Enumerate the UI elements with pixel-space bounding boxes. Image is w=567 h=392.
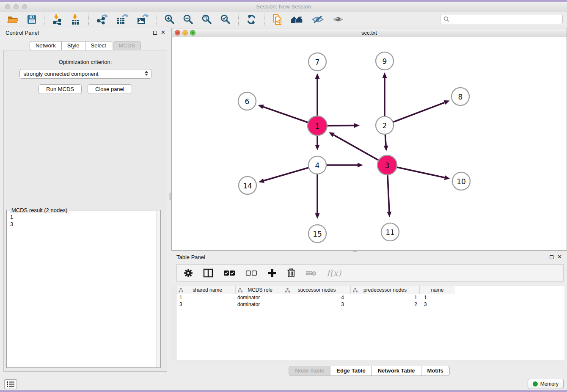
tab-motifs[interactable]: Motifs <box>421 366 450 376</box>
result-scrollbar[interactable] <box>156 211 160 367</box>
network-graph[interactable]: 7968124314101511 <box>172 37 567 250</box>
clone-network-button[interactable] <box>270 13 284 26</box>
function-builder-button[interactable]: f(x) <box>327 268 341 278</box>
memory-button[interactable]: Memory <box>528 379 564 389</box>
save-session-button[interactable] <box>25 14 39 25</box>
node-label-1: 1 <box>315 122 320 130</box>
tab-mcds[interactable]: MCDS <box>113 41 141 50</box>
mcds-result-group: MCDS result (2 nodes) 1 3 <box>6 210 161 368</box>
zoom-in-button[interactable] <box>162 13 177 26</box>
optimization-criterion-label: Optimization criterion: <box>4 59 167 65</box>
zoom-fit-button[interactable] <box>200 13 214 26</box>
houses-icon <box>290 14 304 25</box>
import-network-icon <box>52 14 63 25</box>
column-header-mcds-role[interactable]: MCDS role <box>236 286 283 294</box>
table-body: 1 dominator 4 1 1 3 dominator 3 2 3 <box>176 294 564 360</box>
float-panel-icon[interactable] <box>153 31 157 35</box>
result-line: 3 <box>10 221 157 228</box>
criterion-select[interactable]: strongly connected component <box>19 69 151 79</box>
delete-column-button[interactable] <box>306 270 317 276</box>
list-icon <box>7 381 14 387</box>
zoom-selected-button[interactable] <box>218 13 233 26</box>
node-label-4: 4 <box>315 161 320 170</box>
tab-select[interactable]: Select <box>85 41 112 50</box>
header-filler <box>455 286 564 294</box>
window-titlebar: Session: New Session <box>0 2 567 12</box>
tab-edge-table[interactable]: Edge Table <box>330 366 372 376</box>
network-canvas[interactable]: 7968124314101511 <box>171 37 567 251</box>
select-all-button[interactable] <box>223 270 235 276</box>
plus-icon <box>267 268 277 278</box>
clone-network-icon <box>272 14 283 25</box>
unchecked-boxes-icon <box>245 270 257 276</box>
refresh-view-button[interactable] <box>244 13 259 26</box>
export-table-button[interactable] <box>115 13 131 26</box>
float-table-panel-icon[interactable] <box>550 255 553 259</box>
table-row[interactable]: 1 dominator 4 1 1 <box>176 294 564 301</box>
arrowhead-1-4 <box>315 145 320 150</box>
arrowhead-4-3 <box>358 163 363 168</box>
result-line: 1 <box>10 213 157 221</box>
show-all-button[interactable] <box>330 14 346 25</box>
table-panel: Table Panel ✕ <box>171 252 567 376</box>
column-type-icon <box>353 288 358 293</box>
export-image-button[interactable] <box>135 13 151 26</box>
refresh-icon <box>246 14 257 25</box>
table-row[interactable]: 3 dominator 3 2 3 <box>176 301 564 308</box>
column-type-icon <box>238 288 242 293</box>
arrowhead-4-15 <box>315 213 320 219</box>
status-bar: Memory <box>0 377 567 390</box>
toolbar-separator <box>264 14 264 25</box>
import-table-button[interactable] <box>69 13 83 26</box>
hide-selected-button[interactable] <box>310 14 326 25</box>
select-stepper-icon <box>145 71 148 76</box>
arrowhead-2-8 <box>444 100 450 105</box>
tab-node-table[interactable]: Node Table <box>289 366 330 376</box>
first-neighbors-button[interactable] <box>289 14 306 25</box>
arrowhead-3-11 <box>387 212 391 217</box>
column-header-successor-nodes[interactable]: successor nodes <box>283 286 351 294</box>
search-input[interactable] <box>449 15 562 23</box>
edge-2-8[interactable] <box>385 102 445 125</box>
delete-row-button[interactable] <box>287 268 295 278</box>
row-header-gutter <box>171 286 176 360</box>
column-header-predecessor-nodes[interactable]: predecessor nodes <box>351 286 420 294</box>
column-header-name[interactable]: name <box>420 286 455 294</box>
export-network-icon <box>96 14 109 25</box>
tab-network[interactable]: Network <box>30 41 62 50</box>
node-label-7: 7 <box>315 58 320 66</box>
eye-icon <box>332 14 344 25</box>
arrowhead-2-9 <box>383 72 387 78</box>
run-mcds-button[interactable]: Run MCDS <box>39 84 82 94</box>
tab-network-table[interactable]: Network Table <box>372 366 421 376</box>
deselect-all-button[interactable] <box>245 270 257 276</box>
close-panel-button[interactable]: Close panel <box>88 84 132 94</box>
control-panel-header: Control Panel ✕ <box>3 28 167 37</box>
task-history-button[interactable] <box>4 379 17 389</box>
toolbar-separator <box>88 14 89 25</box>
import-network-button[interactable] <box>50 13 64 26</box>
column-header-shared-name[interactable]: shared name <box>176 286 236 294</box>
mcds-result-title: MCDS result (2 nodes) <box>10 207 69 213</box>
split-pane-button[interactable] <box>203 268 213 278</box>
export-network-button[interactable] <box>94 13 110 26</box>
open-session-button[interactable] <box>6 14 21 25</box>
table-panel-title: Table Panel <box>171 254 550 260</box>
zoom-out-button[interactable] <box>181 13 195 26</box>
add-row-button[interactable] <box>267 268 277 278</box>
vertical-splitter-handle[interactable] <box>169 193 171 200</box>
close-panel-icon[interactable]: ✕ <box>161 30 165 35</box>
control-panel: Control Panel ✕ Network Style Select MCD… <box>3 28 167 372</box>
checked-boxes-icon <box>223 270 235 276</box>
main-toolbar <box>0 12 567 27</box>
application-window: Session: New Session <box>0 0 567 392</box>
arrowhead-3-10 <box>444 175 450 180</box>
tab-style[interactable]: Style <box>62 41 85 50</box>
table-settings-button[interactable] <box>184 268 193 278</box>
split-pane-icon <box>203 268 213 278</box>
import-table-icon <box>70 14 81 25</box>
node-label-14: 14 <box>243 182 252 190</box>
table-horizontal-scrollbar[interactable] <box>171 360 564 365</box>
mcds-result-text[interactable]: 1 3 <box>7 210 160 231</box>
close-table-panel-icon[interactable]: ✕ <box>557 255 562 259</box>
